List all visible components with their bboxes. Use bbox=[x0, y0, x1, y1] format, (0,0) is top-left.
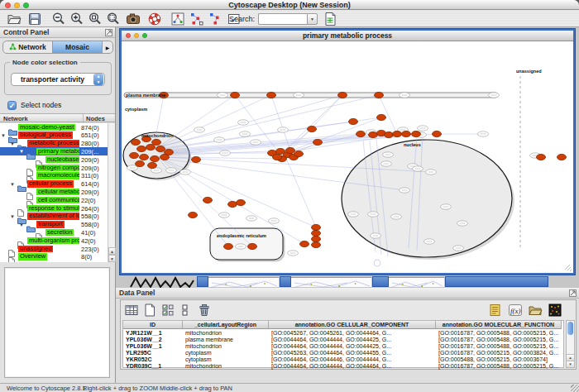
network-node-selected[interactable] bbox=[313, 139, 323, 145]
tree-row-biological-process[interactable]: ▼biological_process651(0) bbox=[0, 131, 108, 140]
network-window-titlebar[interactable]: primary metabolic process bbox=[122, 31, 573, 41]
network-node-selected[interactable] bbox=[130, 152, 139, 158]
network-node-selected[interactable] bbox=[312, 241, 321, 247]
select-attributes-icon[interactable] bbox=[160, 303, 175, 318]
column-header-4[interactable]: annotation.GO MOLECULAR_FUNCTION bbox=[436, 321, 562, 329]
tree-row-nucleobase-c[interactable]: nucleobase-c209(0) bbox=[0, 155, 108, 164]
network-node-selected[interactable] bbox=[160, 154, 170, 160]
tree-row-primary-metabol[interactable]: ▼primary metabol209(... bbox=[0, 147, 108, 155]
network-node-selected[interactable] bbox=[203, 197, 213, 203]
network-edge[interactable] bbox=[158, 135, 373, 151]
network-node-selected[interactable] bbox=[294, 151, 304, 156]
attribute-grid-icon[interactable] bbox=[124, 303, 139, 318]
tree-row-multi-organism-pro[interactable]: multi-organism pro42(0) bbox=[0, 237, 108, 245]
scroll-up-icon[interactable]: ▲ bbox=[567, 354, 574, 361]
zoom-in-icon[interactable] bbox=[69, 12, 84, 26]
network-node-selected[interactable] bbox=[375, 92, 384, 98]
network-node-selected[interactable] bbox=[349, 118, 358, 124]
node-color-dropdown[interactable]: transporter activity ▲▼ bbox=[11, 73, 105, 86]
network-node-selected[interactable] bbox=[338, 92, 347, 98]
network-node-selected[interactable] bbox=[300, 241, 309, 246]
tree-row-overview[interactable]: Overview8(0) bbox=[0, 253, 108, 261]
table-row-YDR039C__1[interactable]: YDR039C__1mitochondrion[GO:0044464, GO:0… bbox=[123, 363, 563, 370]
table-row-YPL036W__2[interactable]: YPL036W__2plasma membrane[GO:0044464, GO… bbox=[123, 337, 563, 343]
network-node-selected[interactable] bbox=[393, 131, 402, 136]
network-node-selected[interactable] bbox=[140, 154, 149, 160]
background-window-frame[interactable] bbox=[372, 276, 389, 287]
background-window[interactable] bbox=[291, 277, 371, 287]
tree-row-unassigned[interactable]: unassigned223(0) bbox=[0, 245, 108, 253]
search-input[interactable] bbox=[258, 13, 307, 25]
background-window[interactable] bbox=[208, 277, 279, 287]
network-node-selected[interactable] bbox=[312, 236, 321, 241]
network-node-selected[interactable] bbox=[557, 154, 567, 160]
tree-row-cell-communicati[interactable]: cell communicati22(0) bbox=[0, 196, 108, 204]
float-panel-icon[interactable] bbox=[569, 289, 577, 297]
table-row-YJR121W__1[interactable]: YJR121W__1mitochondrion[GO:0045267, GO:0… bbox=[123, 330, 563, 337]
network-graph[interactable]: plasma membranecytoplasmmitochondrionnuc… bbox=[122, 41, 573, 273]
scroll-down-icon[interactable]: ▼ bbox=[108, 255, 116, 262]
tab-network[interactable]: Network bbox=[3, 41, 53, 53]
attribute-matrix-icon[interactable] bbox=[548, 303, 562, 318]
plasma-membrane-region[interactable] bbox=[124, 93, 498, 98]
tree-row-metabolic-process[interactable]: ▼metabolic process280(0) bbox=[0, 140, 108, 148]
snapshot-icon[interactable] bbox=[126, 12, 141, 26]
tree-row-cellular-metabol[interactable]: cellular metabol209(0) bbox=[0, 188, 108, 196]
network-node-selected[interactable] bbox=[248, 243, 257, 249]
scroll-up-icon[interactable]: ▲ bbox=[108, 247, 116, 255]
column-header-2[interactable]: _cellularLayoutRegion bbox=[183, 321, 269, 329]
background-window[interactable] bbox=[389, 277, 444, 287]
table-row-YLR295C[interactable]: YLR295Ccytoplasm[GO:0045263, GO:0044464,… bbox=[123, 350, 563, 356]
network-node-selected[interactable] bbox=[228, 201, 237, 207]
new-attribute-icon[interactable] bbox=[142, 303, 157, 318]
tree-row-cellular-process[interactable]: ▼cellular process614(0) bbox=[0, 180, 108, 189]
tree-row-mosaic-demo-yeast[interactable]: mosaic-demo-yeast874(0) bbox=[0, 123, 108, 131]
network-node-selected[interactable] bbox=[412, 131, 421, 136]
import-table-icon[interactable] bbox=[323, 12, 337, 26]
network-node-selected[interactable] bbox=[148, 162, 157, 168]
network-node-selected[interactable] bbox=[369, 131, 378, 137]
network-node-selected[interactable] bbox=[356, 131, 366, 136]
float-panel-icon[interactable] bbox=[105, 29, 112, 36]
expand-arrow-icon[interactable]: ▼ bbox=[19, 148, 24, 155]
background-window-frame[interactable] bbox=[197, 276, 208, 287]
delete-attribute-icon[interactable] bbox=[197, 303, 212, 318]
select-nodes-checkbox[interactable]: ✓ bbox=[7, 101, 17, 110]
search-dropdown-arrow-icon[interactable]: ▼ bbox=[307, 13, 318, 25]
network-node-selected[interactable] bbox=[312, 230, 321, 236]
unselect-attributes-icon[interactable] bbox=[179, 303, 194, 318]
zoom-out-icon[interactable] bbox=[51, 12, 66, 26]
network-node-selected[interactable] bbox=[402, 131, 411, 136]
network-node-selected[interactable] bbox=[146, 144, 156, 150]
expand-arrow-icon[interactable]: ▼ bbox=[1, 132, 6, 139]
expand-arrow-icon[interactable]: ▼ bbox=[10, 141, 15, 147]
zoom-selected-icon[interactable] bbox=[106, 12, 121, 26]
tab-overflow-button[interactable]: ▶ bbox=[103, 41, 112, 53]
tree-row-nitrogen-compou[interactable]: nitrogen compou209(0) bbox=[0, 164, 108, 172]
column-header-3[interactable]: annotation.GO CELLULAR_COMPONENT bbox=[269, 321, 436, 329]
tree-scrollbar[interactable]: ▲ ▼ bbox=[108, 123, 115, 262]
network-node-selected[interactable] bbox=[273, 154, 282, 160]
network-node-selected[interactable] bbox=[156, 146, 165, 151]
layout-circular-icon[interactable] bbox=[208, 12, 223, 26]
network-node-selected[interactable] bbox=[224, 243, 233, 249]
expand-arrow-icon[interactable]: ▼ bbox=[10, 181, 15, 188]
network-node-selected[interactable] bbox=[151, 155, 160, 161]
tree-row-transport[interactable]: ▼transport558(0) bbox=[0, 221, 108, 229]
help-icon[interactable] bbox=[147, 12, 162, 26]
network-node-selected[interactable] bbox=[152, 139, 161, 145]
background-window-frame[interactable] bbox=[445, 276, 548, 287]
network-canvas[interactable]: plasma membranecytoplasmmitochondrionnuc… bbox=[122, 41, 573, 273]
overview-icon[interactable] bbox=[170, 12, 185, 26]
table-row-YPL036W__1[interactable]: YPL036W__1mitochondrion[GO:0044464, GO:0… bbox=[123, 343, 563, 350]
function-builder-icon[interactable]: f(x) bbox=[508, 303, 523, 318]
network-node-selected[interactable] bbox=[192, 156, 201, 162]
network-node-selected[interactable] bbox=[132, 139, 141, 145]
network-edge[interactable] bbox=[159, 157, 316, 227]
scrollbar-thumb[interactable] bbox=[567, 322, 573, 335]
table-row-YKR052C[interactable]: YKR052Ccytoplasm[GO:0044464, GO:0044446,… bbox=[123, 356, 563, 363]
tree-row-secretion[interactable]: secretion41(0) bbox=[0, 228, 108, 237]
tree-row-macromolecule[interactable]: macromolecule311(0) bbox=[0, 172, 108, 180]
network-window[interactable]: primary metabolic process plasma membran… bbox=[120, 29, 575, 275]
column-header-1[interactable]: ID bbox=[123, 321, 183, 329]
